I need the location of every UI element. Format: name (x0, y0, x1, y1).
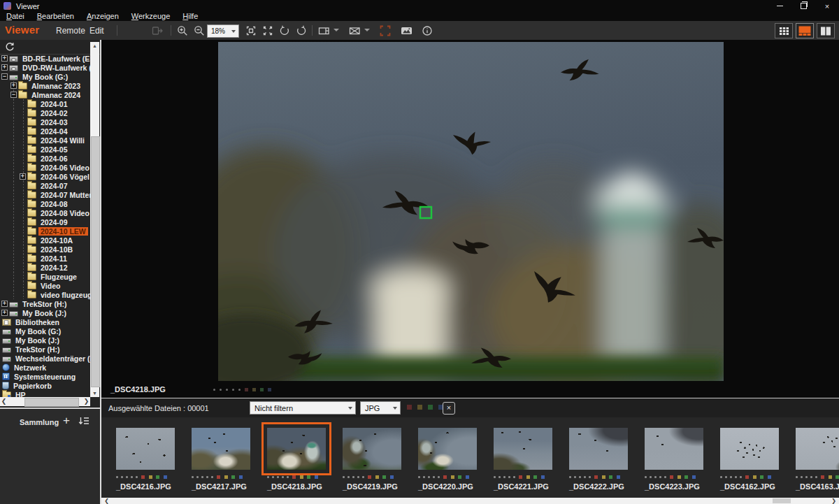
menu-bearbeiten[interactable]: Bearbeiten (31, 12, 80, 21)
rating-dot[interactable] (569, 476, 571, 478)
label-color-chip[interactable] (541, 475, 545, 479)
label-color-chip[interactable] (829, 475, 832, 479)
rating-dot[interactable] (499, 476, 501, 478)
label-color-chip[interactable] (519, 475, 522, 479)
main-image[interactable] (218, 42, 724, 381)
clear-filter-button[interactable]: × (443, 402, 455, 415)
expand-toggle[interactable]: + (1, 310, 8, 316)
rating-dot[interactable] (192, 476, 194, 478)
rating-dot[interactable] (220, 389, 222, 391)
rating-dot[interactable] (584, 476, 586, 478)
rating-dot[interactable] (418, 476, 420, 478)
tree-item[interactable]: 2024-10A (0, 236, 90, 245)
tree-item[interactable]: 2024-09 (0, 217, 90, 226)
thumbnail-rating-labels[interactable] (720, 475, 779, 479)
rating-dot[interactable] (796, 476, 798, 478)
tree-item[interactable]: TrekStor (H:) (0, 345, 90, 354)
rating-dot[interactable] (201, 476, 203, 478)
label-color-chip[interactable] (368, 475, 371, 479)
rating-dot[interactable] (211, 476, 213, 478)
rating-dot[interactable] (720, 476, 722, 478)
label-color-chip[interactable] (245, 388, 248, 391)
label-color-chip[interactable] (375, 475, 379, 479)
rating-dot[interactable] (232, 389, 234, 391)
tree-item[interactable]: + My Book (J:) (0, 308, 90, 317)
filmstrip-thumbnail[interactable]: _DSC4221.JPG (494, 417, 552, 498)
scroll-up-icon[interactable]: ▲ (90, 42, 99, 50)
rating-dot[interactable] (213, 389, 215, 391)
layout-dropdown-chevron[interactable] (334, 29, 339, 31)
rating-dot[interactable] (282, 476, 284, 478)
rating-dot[interactable] (810, 476, 812, 478)
label-color-chip[interactable] (315, 475, 318, 479)
rating-dot[interactable] (238, 389, 241, 391)
thumbnail-image[interactable] (343, 428, 401, 470)
layout-icon[interactable] (316, 23, 331, 38)
rating-dot[interactable] (801, 476, 803, 478)
tree-item[interactable]: Bibliotheken (0, 317, 90, 326)
expand-toggle[interactable]: − (10, 92, 17, 98)
tree-item[interactable]: video flugzeuge (0, 290, 90, 299)
label-color-chip[interactable] (458, 475, 461, 479)
label-color-chip[interactable] (677, 475, 681, 479)
tree-item[interactable]: − My Book (G:) (0, 72, 90, 81)
label-color-chip[interactable] (602, 475, 605, 479)
rating-dot[interactable] (131, 476, 133, 478)
label-color-chip[interactable] (760, 475, 763, 479)
filmstrip-thumbnail[interactable]: _DSC4220.JPG (418, 417, 477, 498)
rating-dot[interactable] (645, 476, 647, 478)
thumbnail-rating-labels[interactable] (796, 475, 839, 479)
rating-dot[interactable] (579, 476, 581, 478)
tree-item[interactable]: 2024-07 (0, 181, 90, 190)
filmstrip-scrollbar[interactable]: ❮ ❯ (101, 498, 839, 504)
label-color-chip[interactable] (533, 475, 537, 479)
label-color-chip[interactable] (617, 475, 620, 479)
rating-dot[interactable] (352, 476, 354, 478)
filmstrip-thumbnail[interactable]: _DSC4219.JPG (343, 417, 401, 498)
tree-item[interactable]: Wechseldatenträger (L:) (0, 354, 90, 363)
rating-dot[interactable] (659, 476, 661, 478)
label-color-chip[interactable] (307, 475, 310, 479)
rating-dot[interactable] (272, 476, 274, 478)
tree-item[interactable]: Systemsteuerung (0, 372, 90, 381)
rating-dot[interactable] (589, 476, 591, 478)
info-icon[interactable] (420, 23, 435, 38)
label-color-chip[interactable] (428, 405, 433, 410)
rating-dot[interactable] (136, 476, 138, 478)
tree-item[interactable]: + DVD-RW-Laufwerk (F:) (0, 63, 90, 72)
compare-view-button[interactable] (817, 23, 835, 38)
thumbnail-rating-labels[interactable] (267, 475, 326, 479)
rating-dot[interactable] (116, 476, 118, 478)
rating-dot[interactable] (508, 476, 510, 478)
image-filmstrip-view-button[interactable] (796, 23, 814, 38)
image-rating-labels[interactable] (213, 388, 271, 391)
mode-edit[interactable]: Edit (89, 26, 104, 36)
tree-item[interactable]: + BD-RE-Laufwerk (E:) (0, 54, 90, 63)
fit-to-screen-icon[interactable] (243, 23, 259, 38)
filmstrip-thumbnail[interactable]: _DSC4218.JPG (267, 417, 326, 498)
label-color-chip[interactable] (239, 475, 243, 479)
close-button[interactable]: × (815, 0, 839, 12)
tree-item[interactable]: Flugzeuge (0, 272, 90, 281)
label-color-chip[interactable] (252, 388, 256, 391)
menu-hilfe[interactable]: Hilfe (176, 12, 204, 21)
tree-item[interactable]: Video (0, 281, 90, 290)
rating-dot[interactable] (433, 476, 435, 478)
thumbnail-image[interactable] (192, 428, 250, 470)
tree-item[interactable]: 2024-06 (0, 154, 90, 163)
tree-item[interactable]: 2024-10B (0, 245, 90, 254)
expand-toggle[interactable]: + (1, 64, 8, 71)
tree-item[interactable]: 2024-08 (0, 199, 90, 208)
filmstrip-thumbnail[interactable]: _DSC4217.JPG (192, 417, 250, 498)
rating-dot[interactable] (815, 476, 817, 478)
label-color-chip[interactable] (141, 475, 145, 479)
expand-toggle[interactable]: − (1, 73, 8, 80)
tree-item[interactable]: HP (0, 390, 90, 397)
folder-tree-horizontal-scrollbar[interactable]: ❮ ❯ (0, 397, 90, 406)
tree-item[interactable]: − Almanac 2024 (0, 90, 90, 99)
rating-dot[interactable] (494, 476, 496, 478)
label-color-chip[interactable] (768, 475, 771, 479)
thumbnail-image[interactable] (569, 428, 628, 470)
rating-dot[interactable] (423, 476, 425, 478)
scroll-left-icon[interactable]: ❮ (0, 397, 8, 406)
